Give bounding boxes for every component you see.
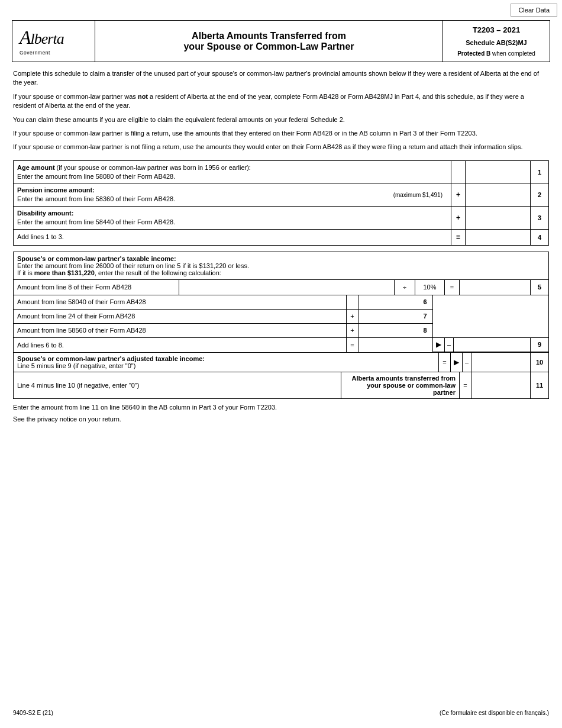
line-11-num: 11 xyxy=(531,372,548,398)
add-lines-row: Add lines 6 to 8. = xyxy=(14,338,432,352)
sub-lines-section: Amount from line 58040 of their Form AB4… xyxy=(14,295,548,353)
line-5-div: ÷ xyxy=(395,280,415,295)
intro-para-3: You can claim these amounts if you are e… xyxy=(13,115,549,124)
sub-line-7-field[interactable] xyxy=(358,310,418,323)
footer-note: Enter the amount from line 11 on line 58… xyxy=(13,404,549,411)
title-area: Alberta Amounts Transferred from your Sp… xyxy=(95,21,443,62)
sub-line-7-input[interactable] xyxy=(358,310,418,323)
sub-line-7-num: 7 xyxy=(418,310,432,323)
sub-line-7-op: + xyxy=(347,310,358,323)
row-4-input[interactable] xyxy=(466,230,531,245)
sub-line-6-input[interactable] xyxy=(358,295,418,309)
sub-line-8-op: + xyxy=(347,324,358,337)
line-9-input[interactable] xyxy=(454,338,531,352)
row-4-label: Add lines 1 to 3. xyxy=(14,230,451,245)
form-id: T2203 – 2021 xyxy=(449,25,544,34)
sub-line-6-field[interactable] xyxy=(358,295,418,309)
line-5-row: Amount from line 8 of their Form AB428 ÷… xyxy=(14,280,548,295)
row-3-field[interactable] xyxy=(466,207,530,229)
row-3-operator: + xyxy=(451,207,466,229)
line-10-eq: = xyxy=(439,353,451,372)
form-id-area: T2203 – 2021 Schedule AB(S2)MJ Protected… xyxy=(443,21,550,62)
header-section: Alberta Government Alberta Amounts Trans… xyxy=(12,20,550,62)
row-4-number: 4 xyxy=(531,230,548,245)
sub-line-6-num: 6 xyxy=(418,295,432,309)
line-5-input[interactable] xyxy=(179,280,395,295)
sub-line-6-op xyxy=(347,295,358,309)
max-note: (maximum $1,491) xyxy=(393,191,443,199)
line-5-pct: 10% xyxy=(415,280,445,295)
line-5-eq: = xyxy=(445,280,460,295)
line-9-num: 9 xyxy=(531,338,548,352)
add-lines-num xyxy=(418,338,432,352)
line-11-right-label: Alberta amounts transferred from your sp… xyxy=(341,372,460,398)
sub-line-8-num: 8 xyxy=(418,324,432,337)
line-10-arrow: ▶ xyxy=(451,353,463,372)
taxable-header: Spouse's or common-law partner's taxable… xyxy=(14,252,548,280)
line-5-result-field[interactable] xyxy=(460,280,530,295)
line-10-label: Spouse's or common-law partner's adjuste… xyxy=(14,353,439,372)
row-2-input[interactable] xyxy=(466,183,531,206)
line-9-arrow: ▶ xyxy=(433,338,445,352)
add-lines-label: Add lines 6 to 8. xyxy=(14,338,347,352)
body-content: Complete this schedule to claim a transf… xyxy=(0,62,562,423)
row-2-number: 2 xyxy=(531,183,548,206)
row-1-field[interactable] xyxy=(466,161,530,183)
sub-line-8-input[interactable] xyxy=(358,324,418,337)
form-row-1: Age amount (if your spouse or common-law… xyxy=(14,161,548,184)
intro-para-1: Complete this schedule to claim a transf… xyxy=(13,69,549,88)
row-1-label: Age amount (if your spouse or common-law… xyxy=(14,161,451,183)
line-5-field[interactable] xyxy=(179,280,394,295)
sub-lines-right: ▶ – 9 xyxy=(433,295,548,352)
add-lines-op: = xyxy=(347,338,358,352)
line-10-input[interactable] xyxy=(471,353,531,372)
top-bar: Clear Data xyxy=(0,0,562,20)
line-10-minus: – xyxy=(463,353,471,372)
line-11-field[interactable] xyxy=(471,372,530,398)
privacy-note: See the privacy notice on your return. xyxy=(13,415,549,423)
french-note: (Ce formulaire est disponible en françai… xyxy=(440,710,549,716)
row-3-number: 3 xyxy=(531,207,548,229)
form-row-2: Pension income amount: Enter the amount … xyxy=(14,183,548,207)
line-11-input[interactable] xyxy=(471,372,531,398)
line-5-num: 5 xyxy=(531,280,548,295)
intro-para-4: If your spouse or common-law partner is … xyxy=(13,129,549,138)
clear-data-button[interactable]: Clear Data xyxy=(511,4,557,17)
row-1-number: 1 xyxy=(531,161,548,183)
line-10-field[interactable] xyxy=(471,353,530,372)
form-lines-1-4: Age amount (if your spouse or common-law… xyxy=(13,160,549,246)
intro-para-5: If your spouse or common-law partner is … xyxy=(13,143,549,152)
form-row-3: Disability amount:Enter the amount from … xyxy=(14,207,548,230)
add-lines-input[interactable] xyxy=(358,338,418,352)
line-9-row: ▶ – 9 xyxy=(433,338,548,352)
form-title: Alberta Amounts Transferred from your Sp… xyxy=(107,31,431,52)
row-1-input[interactable] xyxy=(466,161,531,183)
line-9-field[interactable] xyxy=(454,338,530,352)
alberta-logo: Alberta Government xyxy=(20,27,88,56)
row-3-input[interactable] xyxy=(466,207,531,229)
line-5-label: Amount from line 8 of their Form AB428 xyxy=(14,280,179,295)
sub-line-8-field[interactable] xyxy=(358,324,418,337)
row-2-field[interactable] xyxy=(466,183,530,206)
page: Clear Data Alberta Government Alberta Am… xyxy=(0,0,562,728)
form-schedule: Schedule AB(S2)MJ xyxy=(449,39,544,46)
sub-line-6: Amount from line 58040 of their Form AB4… xyxy=(14,295,432,310)
sub-line-8-label: Amount from line 58560 of their Form AB4… xyxy=(14,324,347,337)
add-lines-field[interactable] xyxy=(358,338,418,352)
row-2-operator: + xyxy=(451,183,466,206)
form-code: 9409-S2 E (21) xyxy=(13,710,53,716)
row-1-operator xyxy=(451,161,466,183)
line-11-row: Line 4 minus line 10 (if negative, enter… xyxy=(14,372,548,398)
sub-line-6-label: Amount from line 58040 of their Form AB4… xyxy=(14,295,347,309)
intro-para-2: If your spouse or common-law partner was… xyxy=(13,92,549,111)
row-4-operator: = xyxy=(451,230,466,245)
line-10-row: Spouse's or common-law partner's adjuste… xyxy=(14,353,548,372)
logo-area: Alberta Government xyxy=(12,21,95,62)
sub-lines-left: Amount from line 58040 of their Form AB4… xyxy=(14,295,433,352)
line-5-result[interactable] xyxy=(460,280,531,295)
sub-line-8: Amount from line 58560 of their Form AB4… xyxy=(14,324,432,338)
form-row-4: Add lines 1 to 3. = 4 xyxy=(14,230,548,245)
row-4-field[interactable] xyxy=(466,230,530,245)
row-3-label: Disability amount:Enter the amount from … xyxy=(14,207,451,229)
sub-line-7: Amount from line 24 of their Form AB428 … xyxy=(14,310,432,324)
